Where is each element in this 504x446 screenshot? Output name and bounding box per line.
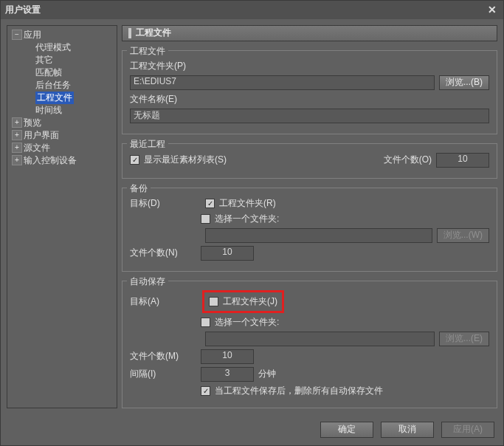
group-title: 工程文件	[127, 45, 168, 58]
filename-value: 无标题	[130, 109, 489, 123]
tree-preview[interactable]: +预览	[9, 117, 115, 129]
tree-app[interactable]: −应用	[9, 29, 115, 41]
expand-icon[interactable]: +	[12, 155, 22, 165]
collapse-icon[interactable]: −	[12, 30, 22, 40]
group-title: 自动保存	[127, 275, 168, 288]
content-panel: 工程文件 工程文件 工程文件夹(P) E:\EDIUS7 浏览...(B) 文件…	[122, 25, 497, 408]
folder-path: E:\EDIUS7	[130, 75, 435, 90]
dialog-title: 用户设置	[5, 4, 486, 16]
recent-count-label: 文件个数(O)	[384, 154, 432, 166]
autosave-select-checkbox[interactable]	[201, 318, 210, 327]
interval-unit: 分钟	[258, 368, 276, 380]
page-title: 工程文件	[122, 25, 497, 41]
group-title: 最近工程	[127, 138, 168, 151]
autosave-select-label: 选择一个文件夹:	[215, 316, 279, 329]
footer: 确定 取消 应用(A)	[1, 414, 503, 445]
browse-button[interactable]: 浏览...(B)	[439, 75, 489, 90]
nav-tree: −应用 代理模式 其它 匹配帧 后台任务 工程文件 时间线 +预览 +用户界面 …	[7, 25, 117, 408]
delete-autosave-checkbox[interactable]	[201, 386, 210, 396]
tree-other[interactable]: 其它	[9, 54, 115, 66]
expand-icon[interactable]: +	[12, 130, 22, 140]
tree-bgtask[interactable]: 后台任务	[9, 79, 115, 92]
autosave-group: 自动保存 目标(A) 工程文件夹(J) 选择一个文件夹:	[122, 281, 497, 408]
autosave-count-input[interactable]: 10	[201, 349, 254, 364]
interval-label: 间隔(I)	[130, 368, 196, 380]
backup-folder-label: 工程文件夹(R)	[219, 197, 276, 210]
autosave-browse-button: 浏览...(E)	[439, 332, 489, 346]
interval-input[interactable]: 3	[201, 367, 254, 382]
folder-label: 工程文件夹(P)	[130, 60, 186, 72]
recent-count-input[interactable]: 10	[436, 153, 489, 168]
tree-source[interactable]: +源文件	[9, 142, 115, 154]
apply-button: 应用(A)	[441, 422, 494, 438]
autosave-count-label: 文件个数(M)	[130, 350, 196, 363]
backup-count-input[interactable]: 10	[201, 246, 254, 261]
recent-group: 最近工程 显示最近素材列表(S) 文件个数(O) 10	[122, 143, 497, 179]
tree-input[interactable]: +输入控制设备	[9, 154, 115, 167]
backup-browse-button: 浏览...(W)	[437, 228, 489, 243]
delete-autosave-label: 当工程文件保存后，删除所有自动保存文件	[215, 385, 383, 397]
backup-path-input[interactable]	[205, 228, 432, 243]
expand-icon[interactable]: +	[12, 143, 22, 153]
tree-ui[interactable]: +用户界面	[9, 129, 115, 142]
filename-label: 文件名称(E)	[130, 93, 177, 106]
group-title: 备份	[127, 182, 151, 195]
autosave-folder-checkbox[interactable]	[209, 297, 218, 306]
backup-group: 备份 目标(D) 工程文件夹(R) 选择一个文件夹: 浏览...(W)	[122, 188, 497, 272]
user-settings-dialog: 用户设置 ✕ −应用 代理模式 其它 匹配帧 后台任务 工程文件 时间线 +预览…	[0, 0, 504, 446]
expand-icon[interactable]: +	[12, 117, 22, 128]
cancel-button[interactable]: 取消	[381, 422, 434, 438]
backup-select-label: 选择一个文件夹:	[215, 213, 279, 225]
autosave-target-label: 目标(A)	[130, 295, 182, 308]
backup-count-label: 文件个数(N)	[130, 247, 196, 259]
tree-proxy[interactable]: 代理模式	[9, 41, 115, 54]
titlebar: 用户设置 ✕	[1, 1, 503, 19]
ok-button[interactable]: 确定	[320, 422, 373, 438]
show-recent-checkbox[interactable]	[130, 155, 139, 165]
highlight-box: 工程文件夹(J)	[202, 290, 284, 313]
project-file-group: 工程文件 工程文件夹(P) E:\EDIUS7 浏览...(B) 文件名称(E)…	[122, 50, 497, 134]
tree-project[interactable]: 工程文件	[9, 92, 115, 104]
tree-match[interactable]: 匹配帧	[9, 66, 115, 79]
backup-folder-checkbox[interactable]	[205, 199, 215, 208]
autosave-folder-label: 工程文件夹(J)	[223, 295, 277, 308]
close-icon[interactable]: ✕	[486, 3, 499, 16]
backup-select-checkbox[interactable]	[201, 214, 210, 224]
show-recent-label: 显示最近素材列表(S)	[144, 154, 227, 166]
backup-target-label: 目标(D)	[130, 197, 182, 210]
tree-timeline[interactable]: 时间线	[9, 104, 115, 117]
autosave-path-input[interactable]	[205, 332, 435, 346]
